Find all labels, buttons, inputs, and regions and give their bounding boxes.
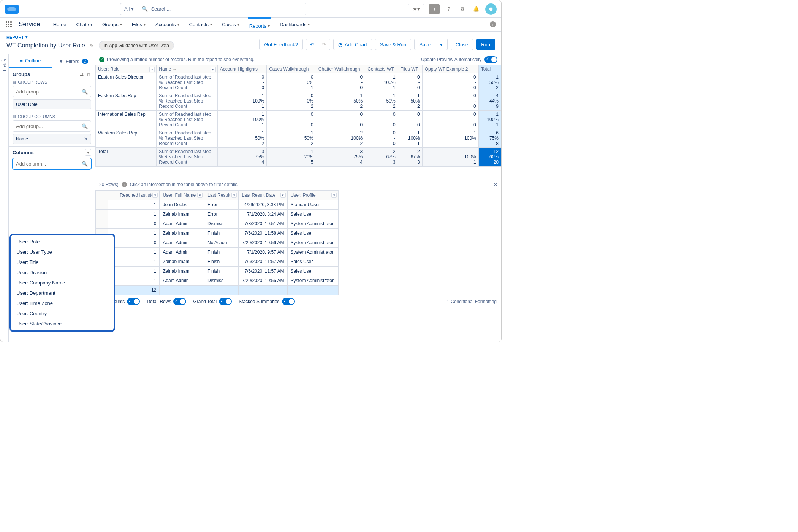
row-counts-toggle[interactable] [127,298,140,305]
pivot-cell[interactable]: 00%1 [267,73,316,92]
pivot-cell[interactable]: 0-0 [316,111,365,129]
stacked-toggle[interactable] [282,298,295,305]
notification-bell-icon[interactable]: 🔔 [472,5,481,14]
tab-filters[interactable]: ▼Filters2 [52,54,95,68]
undo-button[interactable]: ↶ [306,39,318,50]
add-column-input[interactable]: Add column...🔍 [13,158,91,169]
col-header-user-role[interactable]: User: Role↑▾ [96,65,157,73]
dropdown-item[interactable]: User: Company Name [11,278,114,288]
pivot-cell[interactable]: 150%2 [478,73,501,92]
col-header[interactable]: Cases Walkthrough [267,65,316,73]
salesforce-logo[interactable] [5,5,19,14]
detail-cell[interactable]: Sales User [287,267,338,276]
favorites-button[interactable]: ★▾ [408,4,424,14]
detail-cell[interactable]: Zainab Imami [160,257,204,267]
detail-cell[interactable]: Zainab Imami [160,210,204,219]
detail-cell[interactable]: 1 [108,276,160,286]
nav-groups[interactable]: Groups▾ [101,22,124,27]
save-menu-button[interactable]: ▾ [435,39,448,50]
detail-cell[interactable]: 1 [108,257,160,267]
detail-cell[interactable]: 0 [108,219,160,229]
col-header[interactable]: Chatter Walkthrough [316,65,365,73]
add-group-cols-input[interactable]: Add group...🔍 [13,120,91,132]
delete-icon[interactable]: 🗑 [87,72,91,77]
pivot-cell[interactable]: 150%2 [316,92,365,111]
pivot-row-label[interactable]: Eastern Sales Director [96,73,157,92]
detail-cell[interactable]: 4/29/2020, 3:38 PM [239,200,287,210]
run-button[interactable]: Run [476,39,495,50]
pivot-cell[interactable]: 150%2 [217,129,267,148]
fields-rail-collapsed[interactable]: › Fields [0,54,9,342]
save-and-run-button[interactable]: Save & Run [375,39,411,50]
detail-cell[interactable]: 0 [108,238,160,248]
pivot-cell[interactable]: 0-0 [422,111,478,129]
pivot-cell[interactable]: 0-0 [398,111,422,129]
detail-cell[interactable]: Error [204,200,239,210]
pivot-cell[interactable]: 1100%1 [478,111,501,129]
detail-cell[interactable]: Adam Admin [160,248,204,257]
global-create-button[interactable]: ＋ [429,4,440,14]
pivot-row-label[interactable]: Eastern Sales Rep [96,92,157,111]
detail-cell[interactable]: No Action [204,238,239,248]
nav-home[interactable]: Home [52,22,68,27]
detail-cell[interactable]: Finish [204,267,239,276]
report-type-label[interactable]: REPORT▾ [6,35,259,39]
detail-cell[interactable]: 7/8/2020, 10:51 AM [239,219,287,229]
pivot-cell[interactable]: 0-0 [316,73,365,92]
detail-cell[interactable]: 7/20/2020, 10:56 AM [239,276,287,286]
got-feedback-button[interactable]: Got Feedback? [259,39,303,50]
dropdown-item[interactable]: User: Department [11,288,114,298]
save-button[interactable]: Save [414,39,435,50]
detail-cell[interactable]: Sales User [287,210,338,219]
detail-cell[interactable]: 7/6/2020, 11:58 AM [239,229,287,238]
pivot-cell[interactable]: 150%2 [267,129,316,148]
report-data-source-badge[interactable]: In-App Guidance with User Data [99,41,174,50]
detail-cell[interactable]: 7/1/2020, 9:57 AM [239,248,287,257]
pivot-row-label[interactable]: Western Sales Rep [96,129,157,148]
close-icon[interactable]: ✕ [84,136,88,142]
nav-info-icon[interactable]: i [490,21,496,27]
pivot-cell[interactable]: 2100%2 [316,129,365,148]
chevron-down-icon[interactable]: ▾ [231,193,237,198]
redo-button[interactable]: ↷ [318,39,330,50]
edit-title-icon[interactable]: ✎ [89,43,95,49]
dropdown-item[interactable]: User: Country [11,308,114,319]
swap-icon[interactable]: ⇄ [80,72,84,77]
col-header[interactable]: Contacts WT [365,65,398,73]
detail-cell[interactable]: 1 [108,248,160,257]
chevron-down-icon[interactable]: ▾ [85,149,91,156]
nav-chatter[interactable]: Chatter [74,22,94,27]
detail-cell[interactable]: System Administrator [287,248,338,257]
col-header[interactable]: Oppty WT Example 2 [422,65,478,73]
col-header[interactable]: Account Highlights [217,65,267,73]
detail-rows-toggle[interactable] [173,298,186,305]
detail-cell[interactable]: 7/6/2020, 11:57 AM [239,257,287,267]
pivot-cell[interactable]: 150%2 [398,92,422,111]
conditional-formatting-button[interactable]: ⚐Conditional Formatting [445,299,497,304]
detail-cell[interactable]: Sales User [287,229,338,238]
gear-icon[interactable]: ⚙ [458,5,467,14]
group-chip-name[interactable]: Name✕ [13,134,91,144]
help-icon[interactable]: ? [444,5,453,14]
dropdown-item[interactable]: User: Role [11,237,114,247]
detail-col-header[interactable]: Last Result▾ [204,191,239,200]
nav-files[interactable]: Files▾ [130,22,147,27]
detail-cell[interactable]: Standard User [287,200,338,210]
detail-cell[interactable]: 7/6/2020, 11:57 AM [239,267,287,276]
detail-cell[interactable]: Sales User [287,257,338,267]
detail-cell[interactable]: 1 [108,210,160,219]
pivot-cell[interactable]: 0-0 [398,73,422,92]
detail-cell[interactable]: Dismiss [204,276,239,286]
user-avatar[interactable] [485,3,497,15]
info-icon[interactable]: i [122,182,127,187]
chevron-down-icon[interactable]: ▾ [197,193,203,198]
col-header-name[interactable]: Name→▾ [157,65,217,73]
detail-cell[interactable]: Adam Admin [160,219,204,229]
pivot-cell[interactable]: 675%8 [478,129,501,148]
pivot-cell[interactable]: 0-0 [217,73,267,92]
dropdown-item[interactable]: User: Title [11,257,114,267]
detail-cell[interactable]: Error [204,210,239,219]
pivot-cell[interactable]: 444%9 [478,92,501,111]
dropdown-item[interactable]: User: State/Province [11,319,114,329]
pivot-cell[interactable]: 0-0 [267,111,316,129]
